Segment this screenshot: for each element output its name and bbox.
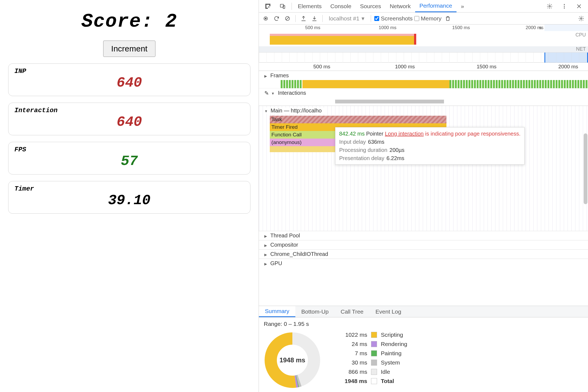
svg-point-2 [549, 5, 550, 7]
svg-point-7 [265, 18, 267, 19]
long-frames-region [302, 80, 449, 88]
legend-row-painting: 7 msPainting [337, 350, 407, 357]
legend-ms: 24 ms [337, 341, 367, 347]
legend-swatch [371, 332, 377, 338]
vertical-scrollbar[interactable] [584, 133, 587, 204]
tab-performance[interactable]: Performance [415, 0, 457, 12]
inspect-icon[interactable] [261, 0, 275, 12]
separator [371, 15, 371, 22]
legend-swatch [371, 360, 377, 366]
ruler-tick: 1500 ms [477, 64, 497, 70]
overview-scrub-row[interactable] [259, 52, 588, 63]
legend-swatch [371, 369, 377, 375]
score-display: Score: 2 [81, 11, 177, 32]
main-thread-track[interactable]: Main — http://localho Task Timer Fired F… [259, 106, 588, 231]
child-io-thread-header[interactable]: Chrome_ChildIOThread [259, 249, 588, 259]
main-label: Main — http://localho [271, 108, 322, 114]
download-profile-button[interactable] [310, 14, 319, 23]
memory-checkbox[interactable]: Memory [414, 15, 442, 22]
metric-card-fps: FPS 57 [8, 142, 250, 174]
devtools-pane: Elements Console Sources Network Perform… [259, 0, 588, 392]
legend-ms: 30 ms [337, 359, 367, 366]
tab-console[interactable]: Console [326, 0, 356, 12]
ruler-tick: 2000 ms [558, 64, 578, 70]
screenshots-checkbox-input[interactable] [374, 16, 379, 21]
metric-card-timer: Timer 39.10 [8, 181, 250, 214]
cpu-label: CPU [575, 32, 586, 38]
legend-row-idle: 866 msIdle [337, 369, 407, 375]
ruler-tick: 500 ms [305, 25, 320, 30]
metric-card-interaction: Interaction 640 [8, 103, 250, 135]
track-label: Thread Pool [270, 232, 300, 239]
kebab-menu-icon[interactable] [557, 0, 572, 12]
tooltip-key: Presentation delay [339, 155, 384, 161]
flame-chart-area[interactable]: 500 ms 1000 ms 1500 ms 2000 ms Frames ✎I… [259, 63, 588, 306]
upload-profile-button[interactable] [299, 14, 308, 23]
gpu-header[interactable]: GPU [259, 259, 588, 268]
selection-handles[interactable] [544, 53, 588, 63]
summary-panel: Range: 0 – 1.95 s 1948 ms 1022 msScripti… [259, 317, 588, 392]
compositor-header[interactable]: Compositor [259, 240, 588, 249]
separator [322, 15, 323, 22]
legend-row-total: 1948 msTotal [337, 378, 407, 384]
metric-label: INP [14, 68, 244, 75]
chevron-down-icon: ▾ [362, 15, 365, 22]
tab-summary[interactable]: Summary [259, 306, 295, 317]
legend-label: System [381, 359, 400, 366]
tooltip-val: 200µs [390, 147, 405, 153]
tab-event-log[interactable]: Event Log [369, 306, 407, 317]
interactions-track-header[interactable]: ✎Interactions [259, 88, 588, 97]
flame-task[interactable]: Task [270, 116, 446, 123]
svg-point-4 [564, 6, 565, 7]
expand-icon [264, 260, 268, 267]
reload-record-button[interactable] [272, 14, 281, 23]
net-label: NET [576, 46, 586, 52]
main-track-header[interactable]: Main — http://localho [264, 108, 324, 114]
clear-button[interactable] [283, 14, 292, 23]
screenshots-label: Screenshots [381, 15, 413, 22]
summary-donut-chart: 1948 ms [264, 332, 321, 389]
memory-checkbox-input[interactable] [414, 16, 419, 21]
screenshots-checkbox[interactable]: Screenshots [374, 15, 413, 22]
legend-swatch [371, 341, 377, 347]
gc-button[interactable] [443, 14, 452, 23]
overview-ruler: 500 ms 1000 ms 1500 ms 2000 ms s [259, 24, 588, 31]
memory-label: Memory [421, 15, 442, 22]
frames-track-header[interactable]: Frames [259, 71, 588, 80]
ruler-tick: 1000 ms [379, 25, 396, 30]
tooltip-link[interactable]: Long interaction [385, 131, 424, 137]
legend-swatch [371, 378, 377, 384]
interactions-track-body [281, 97, 588, 106]
legend-label: Painting [381, 350, 402, 357]
tab-elements[interactable]: Elements [293, 0, 326, 12]
capture-settings-gear-icon[interactable] [577, 14, 586, 23]
legend-ms: 1948 ms [337, 378, 367, 384]
metric-card-inp: INP 640 [8, 63, 250, 96]
device-toggle-icon[interactable] [275, 0, 290, 12]
tab-sources[interactable]: Sources [356, 0, 385, 12]
cpu-activity-band [270, 34, 414, 45]
interaction-segment[interactable] [335, 100, 444, 103]
ruler-tick: 1500 ms [452, 25, 470, 30]
close-icon[interactable] [572, 0, 586, 12]
tab-bottom-up[interactable]: Bottom-Up [295, 306, 335, 317]
tab-call-tree[interactable]: Call Tree [335, 306, 369, 317]
separator [295, 15, 296, 22]
increment-button[interactable]: Increment [103, 41, 155, 57]
tooltip-val: 636ms [368, 139, 384, 145]
record-button[interactable] [261, 14, 270, 23]
overview-pane[interactable]: 500 ms 1000 ms 1500 ms 2000 ms s CPU NET [259, 24, 588, 63]
timeline-ruler: 500 ms 1000 ms 1500 ms 2000 ms [259, 63, 588, 71]
legend-row-rendering: 24 msRendering [337, 341, 407, 347]
profile-selector[interactable]: localhost #1 ▾ [326, 15, 367, 22]
legend-swatch [371, 350, 377, 356]
more-tabs-icon[interactable]: » [457, 0, 468, 12]
tooltip-val: 6.22ms [387, 155, 405, 161]
settings-gear-icon[interactable] [542, 0, 557, 12]
legend-ms: 7 ms [337, 350, 367, 357]
tab-network[interactable]: Network [385, 0, 415, 12]
legend-label: Idle [381, 369, 390, 375]
metric-label: Timer [14, 185, 244, 192]
thread-pool-header[interactable]: Thread Pool [259, 231, 588, 240]
legend-label: Scripting [381, 332, 403, 338]
